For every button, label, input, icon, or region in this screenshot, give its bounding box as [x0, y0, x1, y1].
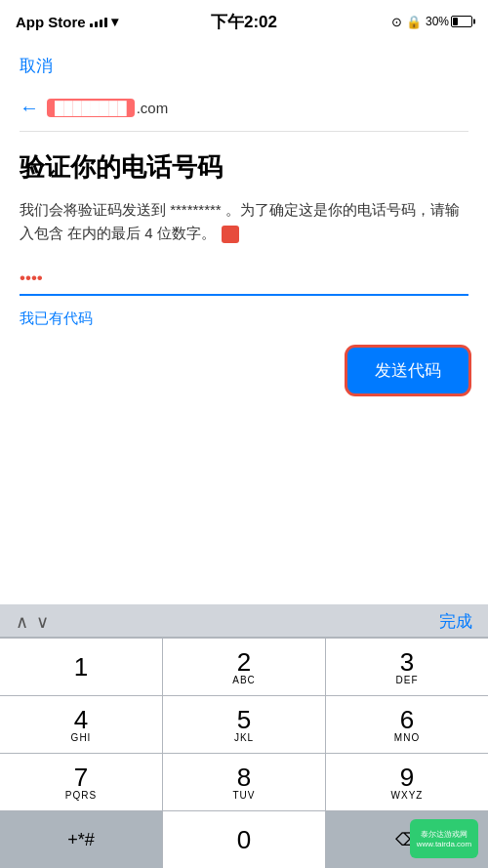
key-9-num: 9	[400, 765, 414, 790]
battery-icon	[451, 16, 472, 27]
key-6[interactable]: 6 MNO	[326, 696, 488, 753]
battery-pct: 30%	[426, 15, 449, 28]
watermark: 泰尔达游戏网 www.tairda.com	[410, 819, 478, 858]
key-2[interactable]: 2 ABC	[163, 639, 325, 695]
key-5[interactable]: 5 JKL	[163, 696, 325, 753]
key-9-letters: WXYZ	[391, 790, 424, 801]
key-3[interactable]: 3 DEF	[326, 639, 488, 695]
battery-indicator: 30%	[426, 15, 472, 28]
key-2-num: 2	[237, 649, 251, 675]
key-8-letters: TUV	[233, 790, 256, 801]
send-btn-container: 发送代码	[20, 348, 468, 393]
email-row: ← ████████ .com	[20, 89, 468, 132]
key-1[interactable]: 1	[0, 639, 162, 695]
wifi-icon: ▾	[111, 14, 118, 29]
content-area: 取消 ← ████████ .com 验证你的电话号码 我们会将验证码发送到 *…	[0, 43, 488, 393]
have-code-link[interactable]: 我已有代码	[20, 310, 468, 328]
description-text: 我们会将验证码发送到 ********* 。为了确定这是你的电话号码，请输入包含…	[20, 198, 468, 245]
status-right: ⊙ 🔒 30%	[391, 15, 472, 29]
key-4-letters: GHI	[71, 732, 92, 743]
arrow-up-icon[interactable]: ∧	[16, 611, 28, 633]
key-4[interactable]: 4 GHI	[0, 696, 162, 753]
key-symbols-label: +*#	[67, 830, 95, 850]
keyboard-toolbar: ∧ ∨ 完成	[0, 604, 488, 638]
key-3-letters: DEF	[396, 675, 419, 685]
key-6-letters: MNO	[394, 732, 420, 743]
back-arrow-icon[interactable]: ←	[20, 97, 39, 119]
key-5-letters: JKL	[234, 732, 254, 743]
status-left: App Store ▾	[16, 14, 118, 30]
lock-icon: 🔒	[406, 15, 422, 29]
page-title: 验证你的电话号码	[20, 151, 468, 185]
key-8[interactable]: 8 TUV	[163, 754, 325, 810]
key-3-num: 3	[400, 649, 414, 675]
email-user-redacted: ████████	[47, 99, 135, 117]
key-6-num: 6	[400, 707, 414, 732]
key-7-num: 7	[74, 765, 88, 790]
key-1-num: 1	[74, 654, 88, 680]
watermark-line2: www.tairda.com	[417, 840, 471, 848]
key-7-letters: PQRS	[65, 790, 97, 801]
status-bar: App Store ▾ 下午2:02 ⊙ 🔒 30%	[0, 0, 488, 43]
watermark-line1: 泰尔达游戏网	[421, 829, 468, 840]
send-code-button[interactable]: 发送代码	[347, 348, 468, 393]
description-content: 我们会将验证码发送到 ********* 。为了确定这是你的电话号码，请输入包含…	[20, 201, 460, 241]
highlight-emoji-icon	[222, 226, 239, 243]
app-store-label: App Store	[16, 14, 86, 30]
status-time: 下午2:02	[211, 11, 277, 33]
key-4-num: 4	[74, 707, 88, 732]
cancel-button[interactable]: 取消	[20, 43, 53, 89]
key-7[interactable]: 7 PQRS	[0, 754, 162, 810]
key-0[interactable]: 0	[163, 811, 325, 868]
key-8-num: 8	[237, 765, 251, 790]
signal-bars-icon	[90, 16, 107, 27]
toolbar-arrows: ∧ ∨	[16, 611, 49, 633]
code-input[interactable]	[20, 265, 468, 296]
alarm-icon: ⊙	[391, 15, 402, 29]
key-symbols[interactable]: +*#	[0, 811, 162, 868]
key-0-num: 0	[237, 827, 251, 852]
key-2-letters: ABC	[232, 675, 256, 685]
arrow-down-icon[interactable]: ∨	[36, 611, 49, 633]
key-5-num: 5	[237, 707, 251, 732]
keyboard-done-button[interactable]: 完成	[439, 610, 472, 633]
key-9[interactable]: 9 WXYZ	[326, 754, 488, 810]
code-input-row	[20, 265, 468, 296]
email-domain: .com	[137, 100, 169, 116]
